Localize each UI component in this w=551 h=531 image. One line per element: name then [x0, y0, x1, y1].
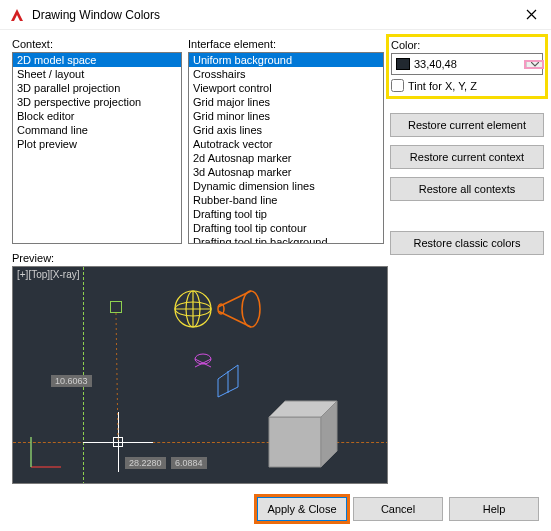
- interface-item[interactable]: 2d Autosnap marker: [189, 151, 383, 165]
- coord-a: 10.6063: [51, 375, 92, 387]
- context-item[interactable]: 3D parallel projection: [13, 81, 181, 95]
- help-button[interactable]: Help: [449, 497, 539, 521]
- apply-close-button[interactable]: Apply & Close: [257, 497, 347, 521]
- interface-label: Interface element:: [188, 38, 384, 50]
- coord-c: 6.0884: [171, 457, 207, 469]
- interface-item[interactable]: Rubber-band line: [189, 193, 383, 207]
- interface-item[interactable]: Drafting tool tip: [189, 207, 383, 221]
- restore-classic-button[interactable]: Restore classic colors: [390, 231, 544, 255]
- svg-point-8: [242, 291, 260, 327]
- interface-item[interactable]: Grid major lines: [189, 95, 383, 109]
- tint-checkbox[interactable]: [391, 79, 404, 92]
- chevron-down-icon[interactable]: [526, 62, 542, 67]
- dialog-window: Drawing Window Colors Context: 2D model …: [0, 0, 551, 531]
- interface-listbox[interactable]: Uniform backgroundCrosshairsViewport con…: [188, 52, 384, 244]
- context-item[interactable]: Block editor: [13, 109, 181, 123]
- svg-line-0: [116, 313, 118, 442]
- color-swatch-icon: [396, 58, 410, 70]
- context-item[interactable]: 2D model space: [13, 53, 181, 67]
- restore-all-button[interactable]: Restore all contexts: [390, 177, 544, 201]
- context-item[interactable]: 3D perspective projection: [13, 95, 181, 109]
- cancel-button[interactable]: Cancel: [353, 497, 443, 521]
- dialog-title: Drawing Window Colors: [32, 8, 511, 22]
- interface-item[interactable]: Crosshairs: [189, 67, 383, 81]
- restore-context-button[interactable]: Restore current context: [390, 145, 544, 169]
- app-logo-icon: [8, 6, 26, 24]
- restore-element-button[interactable]: Restore current element: [390, 113, 544, 137]
- interface-item[interactable]: Drafting tool tip background: [189, 235, 383, 244]
- context-label: Context:: [12, 38, 182, 50]
- context-item[interactable]: Command line: [13, 123, 181, 137]
- context-listbox[interactable]: 2D model spaceSheet / layout3D parallel …: [12, 52, 182, 244]
- tint-label: Tint for X, Y, Z: [408, 80, 477, 92]
- preview-canvas: [+][Top][X-ray]: [12, 266, 388, 484]
- interface-item[interactable]: Drafting tool tip contour: [189, 221, 383, 235]
- coord-b: 28.2280: [125, 457, 166, 469]
- preview-label: Preview:: [12, 252, 388, 264]
- context-item[interactable]: Sheet / layout: [13, 67, 181, 81]
- interface-item[interactable]: Dynamic dimension lines: [189, 179, 383, 193]
- color-value: 33,40,48: [414, 58, 526, 70]
- color-section-highlight: Color: 33,40,48 Tint for X, Y, Z: [386, 34, 548, 99]
- svg-marker-16: [269, 417, 321, 467]
- interface-item[interactable]: Grid minor lines: [189, 109, 383, 123]
- interface-item[interactable]: Autotrack vector: [189, 137, 383, 151]
- interface-item[interactable]: 3d Autosnap marker: [189, 165, 383, 179]
- interface-item[interactable]: Viewport control: [189, 81, 383, 95]
- color-dropdown[interactable]: 33,40,48: [391, 53, 543, 75]
- titlebar: Drawing Window Colors: [0, 0, 551, 30]
- context-item[interactable]: Plot preview: [13, 137, 181, 151]
- color-label: Color:: [391, 39, 543, 51]
- close-button[interactable]: [511, 0, 551, 30]
- interface-item[interactable]: Uniform background: [189, 53, 383, 67]
- interface-item[interactable]: Grid axis lines: [189, 123, 383, 137]
